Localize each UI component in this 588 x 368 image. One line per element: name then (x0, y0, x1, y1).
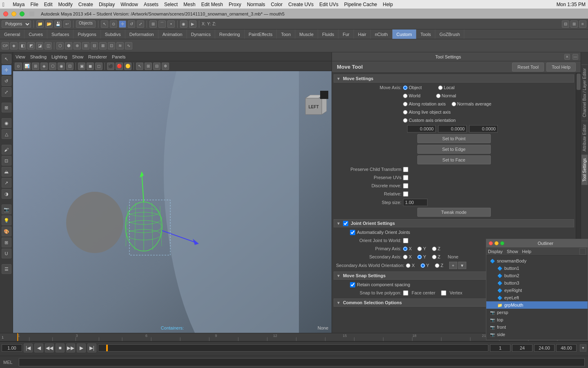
ol-menu-show[interactable]: Show (507, 249, 518, 254)
menu-window[interactable]: Window (120, 2, 138, 7)
tab-polygons[interactable]: Polygons (74, 29, 100, 39)
ol-item-snowmanbody[interactable]: 🔷 snowmanBody (486, 257, 588, 265)
icon-shelf-10[interactable]: ⊞ (82, 42, 89, 49)
coord-x-field[interactable] (407, 125, 436, 132)
sec-x[interactable]: X (403, 254, 412, 259)
move-tool-icon[interactable]: ✛ (119, 20, 126, 28)
joint-orient-checkbox[interactable] (343, 221, 348, 226)
ol-menu-help[interactable]: Help (522, 249, 532, 254)
tab-rendering[interactable]: Rendering (215, 29, 245, 39)
tweak-mode-button[interactable]: Tweak mode (417, 208, 491, 217)
menu-modify[interactable]: Modify (58, 2, 73, 7)
tab-hair[interactable]: Hair (354, 29, 371, 39)
objects-button[interactable]: Objects (76, 20, 96, 28)
ts-close-x[interactable]: ✕ (564, 54, 570, 60)
right-tab-attribute[interactable]: Attribute Editor (581, 121, 588, 155)
menu-select[interactable]: Select (164, 2, 178, 7)
tab-curves[interactable]: Curves (24, 29, 47, 39)
maximize-button[interactable] (20, 11, 24, 16)
saw-x[interactable]: X (406, 263, 414, 268)
ol-item-eyeleft[interactable]: 🔷 eyeLeft (486, 294, 588, 301)
primary-z[interactable]: Z (432, 246, 441, 251)
menu-create[interactable]: Create (78, 2, 93, 7)
menu-display[interactable]: Display (99, 2, 115, 7)
tab-deformation[interactable]: Deformation (125, 29, 158, 39)
set-to-point-button[interactable]: Set to Point (417, 134, 491, 143)
preserve-uvs-checkbox[interactable] (403, 175, 408, 180)
right-tab-tool-settings[interactable]: Tool Settings (581, 155, 588, 185)
vp-menu-view[interactable]: View (16, 54, 25, 59)
radio-along-live[interactable]: Along live object axis (403, 110, 451, 114)
icon-shelf-2[interactable]: ◈ (10, 42, 18, 49)
menu-proxy[interactable]: Proxy (229, 2, 241, 7)
menu-help[interactable]: Help (383, 2, 393, 7)
discrete-move-checkbox[interactable] (403, 183, 408, 188)
icon-shelf-11[interactable]: ⊟ (91, 42, 98, 49)
vp-menu-panels[interactable]: Panels (112, 54, 126, 59)
material-icon[interactable]: 🎨 (2, 227, 11, 236)
ts-close-minus[interactable]: — (572, 54, 578, 60)
outliner-maximize[interactable] (500, 241, 504, 245)
menu-pipeline[interactable]: Pipeline Cache (344, 2, 377, 7)
radio-along-rot[interactable]: Along rotation axis (403, 101, 446, 106)
render-icon[interactable]: ◉ (180, 20, 187, 28)
menu-maya[interactable]: Maya (13, 2, 24, 7)
icon-save-scene[interactable]: 💾 (54, 20, 62, 28)
icon-right-2[interactable]: ⊞ (570, 20, 578, 28)
minimize-button[interactable] (11, 11, 16, 16)
icon-shelf-1[interactable]: CP (2, 42, 9, 49)
menu-mesh[interactable]: Mesh (183, 2, 195, 7)
next-key-btn[interactable]: ▶| (87, 343, 96, 352)
current-frame-field[interactable] (490, 344, 510, 352)
retain-spacing-checkbox[interactable] (350, 282, 355, 287)
radio-world[interactable]: World (403, 93, 421, 98)
menu-file[interactable]: File (30, 2, 38, 7)
ol-item-top[interactable]: 📷 top (486, 316, 588, 323)
lattice-icon[interactable]: ⊡ (2, 156, 11, 166)
icon-shelf-7[interactable]: ⬡ (56, 42, 64, 49)
set-to-edge-button[interactable]: Set to Edge (417, 145, 491, 154)
menu-normals[interactable]: Normals (247, 2, 265, 7)
ol-item-eyeright[interactable]: 🔷 eyeRight (486, 287, 588, 294)
scale-mode-icon[interactable]: ⤢ (2, 87, 11, 97)
auto-orient-checkbox[interactable] (350, 230, 355, 235)
preserve-child-checkbox[interactable] (403, 167, 408, 172)
icon-shelf-14[interactable]: ≋ (116, 42, 124, 49)
tab-muscle[interactable]: Muscle (295, 29, 318, 39)
misc-icon-1[interactable]: ☰ (2, 264, 11, 274)
icon-right-3[interactable]: ≡ (579, 20, 586, 28)
close-button[interactable] (3, 11, 8, 16)
vpt-icon-5[interactable]: ⬡ (49, 63, 56, 70)
soft-select-icon[interactable]: ◉ (2, 118, 11, 128)
vp-menu-lighting[interactable]: Lighting (51, 54, 67, 59)
icon-shelf-4[interactable]: ◩ (27, 42, 35, 49)
radio-object[interactable]: Object (403, 85, 422, 90)
main-viewport[interactable]: View Shading Lighting Show Renderer Pane… (13, 52, 332, 333)
play-fwd-btn[interactable]: ▶▶ (66, 343, 75, 352)
move-mode-icon[interactable]: ✛ (2, 65, 11, 75)
show-manip-icon[interactable]: ⊞ (2, 103, 11, 112)
next-frame-btn[interactable]: ▶ (77, 343, 86, 352)
snap-grid-icon[interactable]: ⊞ (149, 20, 157, 28)
play-back-btn[interactable]: ◀◀ (45, 343, 54, 352)
component-icon[interactable]: △ (2, 129, 11, 139)
icon-undo[interactable]: ↩ (63, 20, 71, 28)
prev-frame-btn[interactable]: ◀ (34, 343, 43, 352)
vpt-icon-14[interactable]: ↖ (136, 63, 143, 70)
menu-createuvs[interactable]: Create UVs (288, 2, 314, 7)
icon-shelf-9[interactable]: ⊕ (74, 42, 81, 49)
tab-surfaces[interactable]: Surfaces (47, 29, 74, 39)
radio-normal[interactable]: Normal (436, 93, 456, 98)
icon-shelf-13[interactable]: ⊡ (108, 42, 115, 49)
tab-animation[interactable]: Animation (158, 29, 187, 39)
menu-color[interactable]: Color (271, 2, 283, 7)
scale-tool-icon[interactable]: ⤢ (137, 20, 144, 28)
anim-range-end-field[interactable] (534, 344, 555, 352)
tab-ncloth[interactable]: nCloth (371, 29, 392, 39)
step-size-field[interactable] (403, 199, 428, 206)
primary-x[interactable]: X (403, 246, 412, 251)
tab-toon[interactable]: Toon (277, 29, 295, 39)
vpt-icon-11[interactable]: ⚫ (107, 63, 114, 70)
vp-menu-show[interactable]: Show (72, 54, 84, 59)
vpt-icon-16[interactable]: ⊟ (153, 63, 160, 70)
